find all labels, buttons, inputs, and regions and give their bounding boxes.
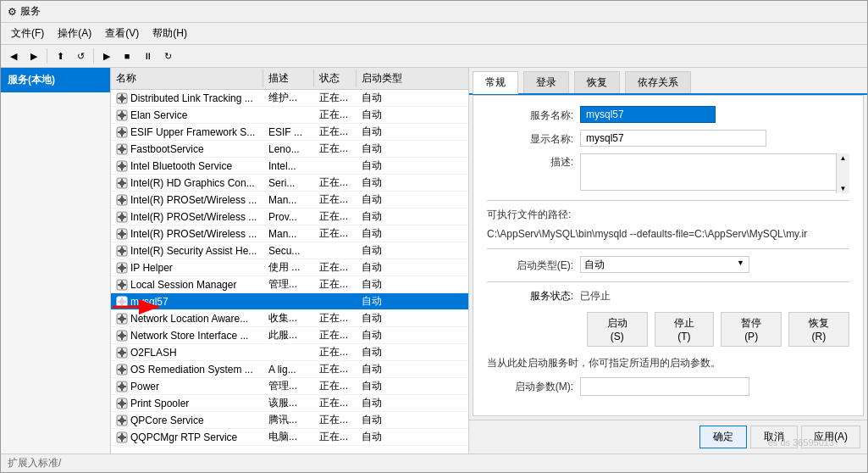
table-row[interactable]: Elan Service正在...自动: [111, 107, 468, 124]
cell-startup: 自动: [357, 378, 407, 394]
panel-content: 服务名称: 显示名称: 描述:: [473, 95, 864, 416]
display-name-input[interactable]: [580, 130, 766, 147]
svg-rect-106: [118, 386, 120, 387]
menu-view[interactable]: 查看(V): [98, 25, 146, 42]
start-param-label: 启动参数(M):: [487, 377, 580, 394]
table-row[interactable]: mysql57自动: [111, 293, 468, 310]
table-row[interactable]: Network Location Aware...收集...正在...自动: [111, 310, 468, 327]
bottom-buttons: 确定 取消 应用(A): [469, 420, 867, 454]
service-icon: [116, 431, 128, 443]
cell-desc: [263, 107, 314, 123]
pause-button[interactable]: 暂停(P): [721, 312, 782, 347]
stop-button[interactable]: 停止(T): [655, 312, 715, 347]
svg-rect-62: [121, 264, 123, 266]
tab-login[interactable]: 登录: [523, 71, 569, 93]
table-row[interactable]: Intel(R) PROSet/Wireless ...Man...正在...自…: [111, 225, 468, 242]
svg-rect-107: [124, 386, 126, 387]
cell-name: Network Location Aware...: [111, 310, 263, 326]
toolbar-play[interactable]: ▶: [97, 47, 116, 65]
toolbar-stop[interactable]: ■: [118, 47, 136, 65]
service-name-label: 服务名称:: [487, 106, 580, 123]
svg-rect-82: [118, 318, 120, 320]
svg-rect-80: [121, 314, 123, 317]
status-row: 服务状态: 已停止: [487, 289, 849, 303]
tab-dependencies[interactable]: 依存关系: [625, 71, 691, 93]
cell-startup: 自动: [357, 242, 407, 259]
cell-status: [314, 242, 357, 259]
table-row[interactable]: QQPCMgr RTP Service电脑...正在...自动: [111, 429, 468, 446]
menu-file[interactable]: 文件(F): [4, 25, 51, 42]
table-row[interactable]: ESIF Upper Framework S...ESIF ...正在...自动: [111, 124, 468, 141]
cell-status: 正在...: [314, 395, 357, 411]
col-startup[interactable]: 启动类型: [357, 70, 407, 87]
table-row[interactable]: Intel(R) PROSet/Wireless ...Man...正在...自…: [111, 192, 468, 209]
cell-startup: 自动: [357, 361, 407, 377]
toolbar-refresh[interactable]: ↺: [71, 47, 90, 65]
cell-name: Intel(R) PROSet/Wireless ...: [111, 209, 263, 225]
svg-rect-57: [121, 253, 123, 255]
col-status[interactable]: 状态: [314, 70, 357, 87]
resume-button[interactable]: 恢复(R): [788, 312, 849, 347]
toolbar-back[interactable]: ◀: [4, 47, 23, 65]
cell-desc: Man...: [263, 192, 314, 208]
cell-status: 正在...: [314, 175, 357, 191]
cell-name: Network Store Interface ...: [111, 327, 263, 343]
tab-general[interactable]: 常规: [473, 71, 518, 94]
table-row[interactable]: Network Store Interface ...此服...正在...自动: [111, 327, 468, 344]
svg-rect-83: [124, 318, 126, 320]
cell-status: 正在...: [314, 327, 357, 343]
table-row[interactable]: Distributed Link Tracking ...维护...正在...自…: [111, 90, 468, 107]
start-button[interactable]: 启动(S): [587, 312, 648, 347]
cell-name: O2FLASH: [111, 344, 263, 360]
cell-startup: 自动: [357, 124, 407, 140]
table-row[interactable]: OS Remediation System ...A lig...正在...自动: [111, 361, 468, 378]
table-row[interactable]: O2FLASH正在...自动: [111, 344, 468, 361]
desc-textarea[interactable]: [580, 153, 843, 191]
service-icon: [116, 177, 128, 189]
table-row[interactable]: FastbootServiceLeno...正在...自动: [111, 141, 468, 158]
toolbar-restart[interactable]: ↻: [158, 47, 177, 65]
cell-status: [314, 158, 357, 174]
svg-rect-5: [124, 97, 126, 99]
table-row[interactable]: Intel(R) Security Assist He...Secu...自动: [111, 242, 468, 259]
service-icon: [116, 279, 128, 291]
table-row[interactable]: Power管理...正在...自动: [111, 378, 468, 395]
service-icon: [116, 347, 128, 359]
cell-startup: 自动: [357, 276, 407, 292]
startup-type-select[interactable]: 自动 手动 禁用: [580, 256, 749, 273]
toolbar-pause[interactable]: ⏸: [138, 47, 157, 65]
start-param-input[interactable]: [580, 377, 749, 396]
cell-startup: 自动: [357, 344, 407, 360]
title-bar: ⚙ 服务: [1, 1, 867, 23]
table-row[interactable]: QPCore Service腾讯...正在...自动: [111, 412, 468, 429]
table-row[interactable]: IP Helper使用 ...正在...自动: [111, 259, 468, 276]
table-header: 名称 描述 状态 启动类型: [111, 68, 468, 90]
tab-recovery[interactable]: 恢复: [574, 71, 620, 93]
table-row[interactable]: Intel(R) HD Graphics Con...Seri...正在...自…: [111, 175, 468, 192]
svg-rect-41: [124, 199, 126, 201]
toolbar-up[interactable]: ⬆: [51, 47, 69, 65]
menu-help[interactable]: 帮助(H): [146, 25, 194, 42]
service-name-input[interactable]: [580, 106, 716, 123]
svg-rect-14: [121, 128, 123, 131]
table-row[interactable]: Local Session Manager管理...正在...自动: [111, 276, 468, 293]
service-icon: [116, 398, 128, 409]
col-desc[interactable]: 描述: [263, 70, 314, 87]
col-name[interactable]: 名称: [111, 70, 263, 87]
apply-button[interactable]: 应用(A): [801, 426, 860, 448]
cell-desc: Man...: [263, 225, 314, 242]
cell-status: 正在...: [314, 107, 357, 123]
ok-button[interactable]: 确定: [699, 426, 747, 448]
cancel-button[interactable]: 取消: [750, 426, 798, 448]
cell-status: 正在...: [314, 225, 357, 242]
table-row[interactable]: Intel(R) PROSet/Wireless ...Prov...正在...…: [111, 209, 468, 225]
svg-rect-45: [121, 219, 123, 221]
table-row[interactable]: Print Spooler该服...正在...自动: [111, 395, 468, 412]
service-icon: [116, 92, 128, 104]
cell-name: Intel(R) HD Graphics Con...: [111, 175, 263, 191]
svg-rect-15: [121, 134, 123, 136]
app-icon: ⚙: [8, 6, 17, 18]
table-row[interactable]: Intel Bluetooth ServiceIntel...自动: [111, 158, 468, 175]
menu-action[interactable]: 操作(A): [51, 25, 98, 42]
toolbar-forward[interactable]: ▶: [25, 47, 43, 65]
